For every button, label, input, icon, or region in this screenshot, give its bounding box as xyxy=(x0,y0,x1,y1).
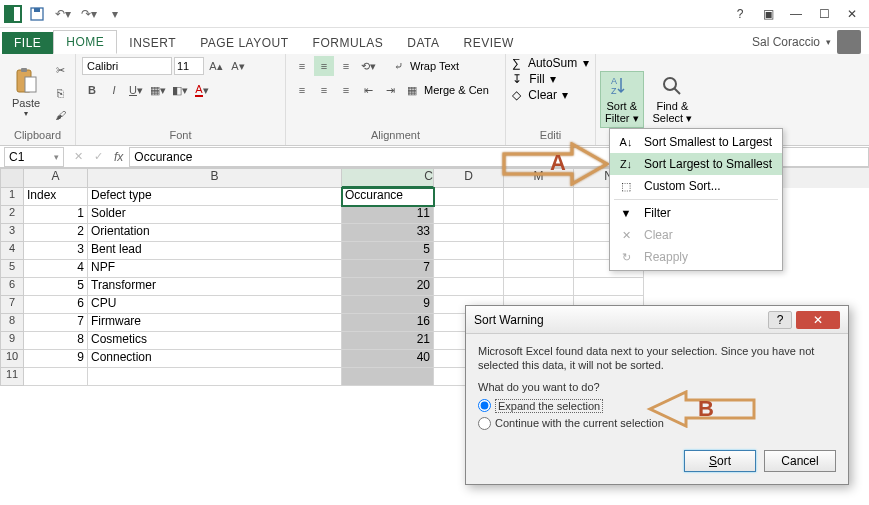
row-header[interactable]: 8 xyxy=(0,314,24,332)
minimize-icon[interactable]: — xyxy=(783,4,809,24)
cell[interactable]: Orientation xyxy=(88,224,342,242)
save-icon[interactable] xyxy=(26,3,48,25)
bold-button[interactable]: B xyxy=(82,80,102,100)
cell[interactable]: 1 xyxy=(24,206,88,224)
row-header[interactable]: 5 xyxy=(0,260,24,278)
wrap-text-button[interactable]: Wrap Text xyxy=(410,60,459,72)
cell[interactable]: 33 xyxy=(342,224,434,242)
cell[interactable]: Cosmetics xyxy=(88,332,342,350)
borders-icon[interactable]: ▦▾ xyxy=(148,80,168,100)
row-header[interactable]: 6 xyxy=(0,278,24,296)
merge-center-button[interactable]: Merge & Cen xyxy=(424,84,489,96)
col-header-a[interactable]: A xyxy=(24,168,88,188)
font-name-select[interactable] xyxy=(82,57,172,75)
cell[interactable]: 9 xyxy=(24,350,88,368)
close-icon[interactable]: ✕ xyxy=(839,4,865,24)
orientation-icon[interactable]: ⟲▾ xyxy=(358,56,378,76)
cell[interactable] xyxy=(504,188,574,206)
copy-icon[interactable]: ⎘ xyxy=(50,83,70,103)
cell[interactable]: 7 xyxy=(342,260,434,278)
sort-button[interactable]: Sort xyxy=(684,450,756,472)
cancel-formula-icon[interactable]: ✕ xyxy=(68,147,88,167)
cell[interactable] xyxy=(342,368,434,386)
tab-insert[interactable]: INSERT xyxy=(117,32,188,54)
cell[interactable]: 5 xyxy=(24,278,88,296)
autosum-button[interactable]: ∑ AutoSum ▾ xyxy=(512,56,589,70)
cell[interactable] xyxy=(504,242,574,260)
col-header-c[interactable]: C xyxy=(342,168,434,188)
dialog-close-icon[interactable]: ✕ xyxy=(796,311,840,329)
enter-formula-icon[interactable]: ✓ xyxy=(88,147,108,167)
cell[interactable] xyxy=(434,206,504,224)
cell[interactable]: 16 xyxy=(342,314,434,332)
tab-data[interactable]: DATA xyxy=(395,32,451,54)
radio-continue-input[interactable] xyxy=(478,417,491,430)
name-box[interactable]: C1▾ xyxy=(4,147,64,167)
tab-page-layout[interactable]: PAGE LAYOUT xyxy=(188,32,300,54)
find-select-button[interactable]: Find &Select ▾ xyxy=(648,71,698,128)
cell[interactable] xyxy=(504,278,574,296)
maximize-icon[interactable]: ☐ xyxy=(811,4,837,24)
cell[interactable]: 40 xyxy=(342,350,434,368)
fill-color-icon[interactable]: ◧▾ xyxy=(170,80,190,100)
align-bottom-icon[interactable]: ≡ xyxy=(336,56,356,76)
cell[interactable] xyxy=(504,224,574,242)
row-header[interactable]: 4 xyxy=(0,242,24,260)
cell[interactable]: NPF xyxy=(88,260,342,278)
paste-button[interactable]: Paste▾ xyxy=(6,65,46,120)
cell[interactable]: 4 xyxy=(24,260,88,278)
cut-icon[interactable]: ✂ xyxy=(50,61,70,81)
tab-review[interactable]: REVIEW xyxy=(451,32,525,54)
cell[interactable]: Bent lead xyxy=(88,242,342,260)
decrease-indent-icon[interactable]: ⇤ xyxy=(358,80,378,100)
cell[interactable]: 5 xyxy=(342,242,434,260)
redo-icon[interactable]: ↷▾ xyxy=(78,3,100,25)
select-all-corner[interactable] xyxy=(0,168,24,188)
cell[interactable] xyxy=(504,206,574,224)
align-top-icon[interactable]: ≡ xyxy=(292,56,312,76)
cell[interactable]: 7 xyxy=(24,314,88,332)
dd-sort-smallest[interactable]: A↓Sort Smallest to Largest xyxy=(610,131,782,153)
cell[interactable] xyxy=(434,224,504,242)
cell[interactable] xyxy=(434,260,504,278)
fx-icon[interactable]: fx xyxy=(108,150,129,164)
cell[interactable]: 2 xyxy=(24,224,88,242)
align-center-icon[interactable]: ≡ xyxy=(314,80,334,100)
radio-expand-input[interactable] xyxy=(478,399,491,412)
align-middle-icon[interactable]: ≡ xyxy=(314,56,334,76)
cell[interactable]: 9 xyxy=(342,296,434,314)
clear-button[interactable]: ◇ Clear ▾ xyxy=(512,88,568,102)
user-area[interactable]: Sal Coraccio ▾ xyxy=(752,30,869,54)
cell[interactable]: Firmware xyxy=(88,314,342,332)
cell[interactable]: 21 xyxy=(342,332,434,350)
cell[interactable]: Defect type xyxy=(88,188,342,206)
qat-customize-icon[interactable]: ▾ xyxy=(104,3,126,25)
dd-filter[interactable]: ▼Filter xyxy=(610,202,782,224)
cell[interactable] xyxy=(434,188,504,206)
align-left-icon[interactable]: ≡ xyxy=(292,80,312,100)
tab-formulas[interactable]: FORMULAS xyxy=(301,32,396,54)
cell[interactable] xyxy=(24,368,88,386)
ribbon-display-icon[interactable]: ▣ xyxy=(755,4,781,24)
dd-sort-largest[interactable]: Z↓Sort Largest to Smallest xyxy=(610,153,782,175)
dialog-help-icon[interactable]: ? xyxy=(768,311,792,329)
row-header[interactable]: 11 xyxy=(0,368,24,386)
row-header[interactable]: 7 xyxy=(0,296,24,314)
cell[interactable] xyxy=(574,278,644,296)
grow-font-icon[interactable]: A▴ xyxy=(206,56,226,76)
cell[interactable]: 6 xyxy=(24,296,88,314)
font-size-select[interactable] xyxy=(174,57,204,75)
row-header[interactable]: 2 xyxy=(0,206,24,224)
cell[interactable]: Transformer xyxy=(88,278,342,296)
font-color-icon[interactable]: A▾ xyxy=(192,80,212,100)
col-header-b[interactable]: B xyxy=(88,168,342,188)
cell[interactable]: Index xyxy=(24,188,88,206)
row-header[interactable]: 10 xyxy=(0,350,24,368)
cancel-button[interactable]: Cancel xyxy=(764,450,836,472)
tab-file[interactable]: FILE xyxy=(2,32,53,54)
cell[interactable]: Solder xyxy=(88,206,342,224)
row-header[interactable]: 9 xyxy=(0,332,24,350)
align-right-icon[interactable]: ≡ xyxy=(336,80,356,100)
cell[interactable]: 11 xyxy=(342,206,434,224)
row-header[interactable]: 3 xyxy=(0,224,24,242)
